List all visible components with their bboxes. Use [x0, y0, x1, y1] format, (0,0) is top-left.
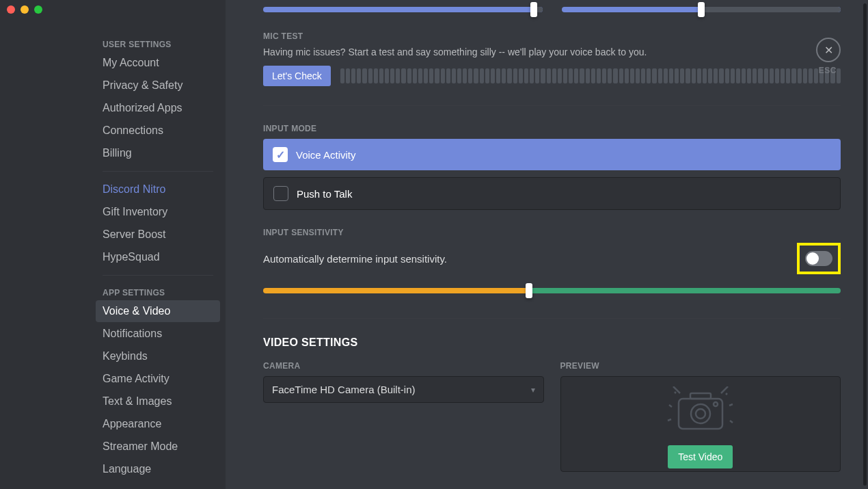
close-icon: ✕	[824, 44, 833, 57]
sidebar-item-keybinds[interactable]: Keybinds	[96, 345, 220, 367]
sidebar-item-authorized-apps[interactable]: Authorized Apps	[96, 97, 220, 119]
svg-point-2	[696, 409, 705, 419]
checkbox-unchecked-icon	[273, 186, 288, 201]
camera-label: CAMERA	[263, 361, 544, 371]
input-mode-push-to-talk[interactable]: Push to Talk	[263, 177, 841, 210]
divider	[263, 105, 841, 106]
output-volume-slider[interactable]	[562, 7, 841, 12]
sidebar-item-connections[interactable]: Connections	[96, 120, 220, 142]
mic-test-heading: MIC TEST	[263, 31, 841, 41]
sidebar-item-discord-nitro[interactable]: Discord Nitro	[96, 179, 220, 200]
sidebar-divider	[103, 275, 213, 276]
sidebar-item-server-boost[interactable]: Server Boost	[96, 224, 220, 246]
checkbox-checked-icon: ✓	[273, 147, 288, 162]
esc-label: ESC	[819, 66, 837, 75]
minimize-window-icon[interactable]	[21, 5, 29, 14]
settings-content: MIC TEST Having mic issues? Start a test…	[226, 0, 868, 489]
sidebar-heading-user: USER SETTINGS	[96, 34, 220, 52]
mic-test-description: Having mic issues? Start a test and say …	[263, 47, 841, 57]
sidebar-item-hypesquad[interactable]: HypeSquad	[96, 246, 220, 268]
input-volume-slider[interactable]	[263, 7, 543, 12]
sidebar-divider	[103, 171, 213, 172]
svg-point-3	[714, 402, 718, 406]
svg-rect-0	[679, 399, 722, 429]
camera-icon	[660, 386, 742, 434]
settings-sidebar: USER SETTINGS My Account Privacy & Safet…	[0, 0, 226, 489]
highlight-annotation	[797, 243, 841, 274]
sidebar-item-appearance[interactable]: Appearance	[96, 413, 220, 435]
camera-select[interactable]: FaceTime HD Camera (Built-in) ▾	[263, 376, 544, 403]
sidebar-item-notifications[interactable]: Notifications	[96, 323, 220, 345]
sidebar-item-gift-inventory[interactable]: Gift Inventory	[96, 201, 220, 223]
input-sensitivity-slider[interactable]	[263, 288, 841, 293]
sidebar-item-language[interactable]: Language	[96, 458, 220, 480]
chevron-down-icon: ▾	[531, 385, 535, 395]
preview-label: PREVIEW	[560, 361, 841, 371]
video-settings-heading: VIDEO SETTINGS	[263, 336, 841, 349]
auto-sensitivity-label: Automatically determine input sensitivit…	[263, 253, 447, 265]
mic-test-button[interactable]: Let's Check	[263, 66, 331, 86]
video-preview: Test Video	[560, 376, 841, 472]
input-mode-voice-activity[interactable]: ✓ Voice Activity	[263, 139, 841, 170]
mic-test-meter	[340, 68, 841, 83]
sidebar-item-billing[interactable]: Billing	[96, 142, 220, 164]
sidebar-item-voice-video[interactable]: Voice & Video	[96, 300, 220, 322]
sidebar-item-privacy-safety[interactable]: Privacy & Safety	[96, 75, 220, 96]
input-sensitivity-heading: INPUT SENSITIVITY	[263, 228, 841, 237]
sidebar-item-text-images[interactable]: Text & Images	[96, 391, 220, 412]
test-video-button[interactable]: Test Video	[668, 445, 733, 468]
svg-point-1	[691, 404, 710, 423]
svg-rect-4	[690, 393, 711, 399]
input-mode-label: Voice Activity	[296, 149, 356, 161]
window-traffic-lights	[7, 5, 42, 14]
auto-sensitivity-toggle[interactable]	[805, 251, 832, 266]
input-mode-heading: INPUT MODE	[263, 124, 841, 133]
zoom-window-icon[interactable]	[34, 5, 42, 14]
scrollbar[interactable]	[863, 3, 867, 486]
close-settings-button[interactable]: ✕	[816, 38, 841, 62]
sidebar-item-my-account[interactable]: My Account	[96, 52, 220, 74]
sidebar-item-streamer-mode[interactable]: Streamer Mode	[96, 436, 220, 458]
divider	[263, 318, 841, 319]
sidebar-heading-app: APP SETTINGS	[96, 282, 220, 300]
input-mode-label: Push to Talk	[297, 188, 352, 200]
camera-select-value: FaceTime HD Camera (Built-in)	[272, 384, 415, 395]
close-window-icon[interactable]	[7, 5, 15, 14]
sidebar-item-game-activity[interactable]: Game Activity	[96, 368, 220, 390]
